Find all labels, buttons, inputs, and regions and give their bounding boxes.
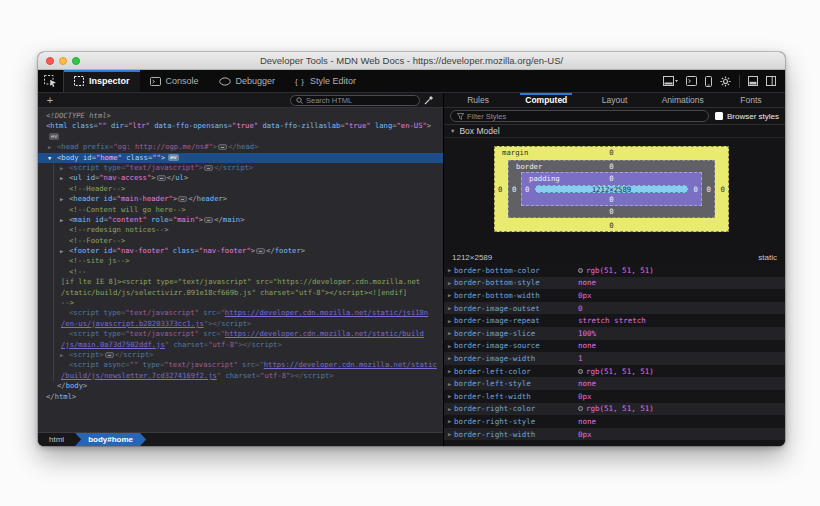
collapsed-content-marker[interactable] xyxy=(256,248,265,254)
markup-line[interactable]: </html> xyxy=(38,392,443,402)
markup-line[interactable]: /en-us/javascript.b28203373cc1.js"></scr… xyxy=(38,319,443,329)
computed-property-row[interactable]: ▶border-image-slice100% xyxy=(444,327,785,340)
markup-line[interactable]: <!--redesign notices--> xyxy=(38,225,443,235)
markup-line[interactable]: <script type="text/javascript" src="http… xyxy=(38,308,443,318)
dock-panel-icon[interactable] xyxy=(663,76,678,86)
browser-styles-toggle[interactable]: Browser styles xyxy=(715,112,779,121)
close-button[interactable] xyxy=(46,57,54,65)
markup-line[interactable]: --> xyxy=(38,298,443,308)
markup-line[interactable]: /static/build/js/selectivizr.091e18cf669… xyxy=(38,288,443,298)
zoom-button[interactable] xyxy=(72,57,80,65)
markup-line[interactable]: <!--site js--> xyxy=(38,256,443,266)
expand-arrow-icon[interactable]: ▶ xyxy=(444,431,454,437)
resource-link[interactable]: https://developer.cdn.mozilla.net/static… xyxy=(225,308,428,317)
sidebar-tab-animations[interactable]: Animations xyxy=(649,93,717,107)
event-badge[interactable]: ev xyxy=(168,154,178,161)
expand-arrow-icon[interactable]: ▶ xyxy=(444,318,454,324)
markup-line[interactable]: /js/main.0a73d7502ddf.js" charset="utf-8… xyxy=(38,340,443,350)
computed-property-row[interactable]: ▶border-left-width0px xyxy=(444,390,785,403)
expand-arrow-icon[interactable]: ▶ xyxy=(60,194,63,204)
computed-property-row[interactable]: ▶border-bottom-width0px xyxy=(444,289,785,302)
resource-link[interactable]: /en-us/javascript.b28203373cc1.js xyxy=(61,319,204,328)
sidebar-tab-fonts[interactable]: Fonts xyxy=(717,93,785,107)
markup-line[interactable]: ▶<script type="text/javascript"></script… xyxy=(38,163,443,173)
markup-line[interactable]: <script type="text/javascript" src="http… xyxy=(38,329,443,339)
collapsed-content-marker[interactable] xyxy=(178,196,187,202)
markup-line[interactable]: <html class="" dir="ltr" data-ffo-opensa… xyxy=(38,121,443,131)
minimize-button[interactable] xyxy=(59,57,67,65)
markup-line[interactable]: ▶<ul id="nav-access"></ul> xyxy=(38,173,443,183)
expand-arrow-icon[interactable]: ▶ xyxy=(444,381,454,387)
computed-property-row[interactable]: ▶border-bottom-colorrgb(51, 51, 51) xyxy=(444,264,785,277)
expand-arrow-icon[interactable]: ▶ xyxy=(444,330,454,336)
markup-line[interactable]: <!--Header--> xyxy=(38,184,443,194)
markup-line[interactable]: <!-- xyxy=(38,267,443,277)
sidebar-tab-layout[interactable]: Layout xyxy=(580,93,648,107)
resource-link[interactable]: /build/js/newsletter.7cd3274169f2.js xyxy=(61,371,217,380)
expand-arrow-icon[interactable]: ▶ xyxy=(60,215,63,225)
box-model-margin[interactable]: margin 0 0 0 0 border 0 0 0 0 padding xyxy=(494,146,729,232)
sidebar-tab-computed[interactable]: Computed xyxy=(512,93,580,107)
box-model-header[interactable]: ▼ Box Model xyxy=(444,125,785,138)
expand-arrow-icon[interactable]: ▶ xyxy=(60,173,63,183)
computed-property-row[interactable]: ▶border-image-repeatstretch stretch xyxy=(444,314,785,327)
computed-property-row[interactable]: ▶border-right-width0px xyxy=(444,428,785,441)
settings-gear-icon[interactable] xyxy=(720,76,731,87)
collapsed-content-marker[interactable] xyxy=(105,352,114,358)
expand-arrow-icon[interactable]: ▶ xyxy=(48,142,51,152)
markup-line[interactable]: /build/js/newsletter.7cd3274169f2.js" ch… xyxy=(38,371,443,381)
computed-property-row[interactable]: ▶border-image-outset0 xyxy=(444,302,785,315)
breadcrumb-item-html[interactable]: html xyxy=(38,433,75,446)
markup-line[interactable]: ▶<footer id="nav-footer" class="nav-foot… xyxy=(38,246,443,256)
markup-line[interactable]: ▶<main id="content" role="main"></main> xyxy=(38,215,443,225)
markup-line[interactable]: </body> xyxy=(38,381,443,391)
collapsed-content-marker[interactable] xyxy=(218,144,227,150)
event-badge[interactable]: ev xyxy=(49,133,59,140)
box-model-content[interactable]: 1212×2589 xyxy=(535,185,688,193)
expand-arrow-icon[interactable]: ▶ xyxy=(60,246,63,256)
filter-styles-input[interactable]: Filter Styles xyxy=(450,110,709,122)
resource-link[interactable]: https://developer.cdn.mozilla.net/static… xyxy=(225,329,424,338)
markup-line[interactable]: ▶<header id="main-header"></header> xyxy=(38,194,443,204)
computed-property-row[interactable]: ▶border-image-width1 xyxy=(444,352,785,365)
tab-console[interactable]: Console xyxy=(140,70,209,92)
expand-arrow-icon[interactable]: ▶ xyxy=(444,343,454,349)
resource-link[interactable]: https://developer.cdn.mozilla.net/static xyxy=(264,360,437,369)
expand-arrow-icon[interactable]: ▶ xyxy=(444,418,454,424)
collapsed-content-marker[interactable] xyxy=(157,175,166,181)
markup-line[interactable]: [if lte IE 8]><script type="text/javascr… xyxy=(38,277,443,287)
expand-arrow-icon[interactable]: ▶ xyxy=(60,350,63,360)
expand-arrow-icon[interactable]: ▶ xyxy=(444,280,454,286)
tab-style-editor[interactable]: { } Style Editor xyxy=(285,70,366,92)
computed-property-row[interactable]: ▶border-right-colorrgb(51, 51, 51) xyxy=(444,403,785,416)
markup-line[interactable]: <!--Footer--> xyxy=(38,236,443,246)
box-model-padding[interactable]: padding 0 0 0 0 1212×2589 xyxy=(521,172,702,206)
browser-console-icon[interactable] xyxy=(686,76,697,86)
tab-debugger[interactable]: Debugger xyxy=(209,70,286,92)
markup-line[interactable]: <!--Content will go here--> xyxy=(38,205,443,215)
collapsed-content-marker[interactable] xyxy=(204,217,213,223)
markup-line[interactable]: ▶<head prefix="og: http://ogp.me/ns#"></… xyxy=(38,142,443,152)
breadcrumb-item-body-home[interactable]: body#home xyxy=(75,433,146,446)
resource-link[interactable]: /js/main.0a73d7502ddf.js xyxy=(61,340,165,349)
computed-property-row[interactable]: ▶border-left-stylenone xyxy=(444,377,785,390)
collapsed-content-marker[interactable] xyxy=(204,165,213,171)
markup-line[interactable]: ev xyxy=(38,132,443,142)
sidebar-tab-rules[interactable]: Rules xyxy=(444,93,512,107)
markup-line[interactable]: <!DOCTYPE html> xyxy=(38,111,443,121)
markup-line[interactable]: ▶<script></script> xyxy=(38,350,443,360)
dock-side-icon[interactable] xyxy=(766,76,776,86)
markup-view[interactable]: <!DOCTYPE html><html class="" dir="ltr" … xyxy=(38,108,443,432)
box-model-border[interactable]: border 0 0 0 0 padding 0 0 0 0 xyxy=(508,160,715,218)
expand-arrow-icon[interactable]: ▶ xyxy=(444,305,454,311)
expand-arrow-icon[interactable]: ▶ xyxy=(444,368,454,374)
add-node-button[interactable]: + xyxy=(43,94,57,106)
markup-line[interactable]: <script async="" type="text/javascript" … xyxy=(38,360,443,370)
dock-bottom-icon[interactable] xyxy=(748,76,758,86)
expand-arrow-icon[interactable]: ▶ xyxy=(444,292,454,298)
collapse-arrow-icon[interactable]: ▼ xyxy=(48,153,51,163)
search-input[interactable]: Search HTML xyxy=(290,95,420,106)
tab-inspector[interactable]: Inspector xyxy=(64,70,140,92)
computed-property-row[interactable]: ▶border-left-colorrgb(51, 51, 51) xyxy=(444,365,785,378)
eyedropper-button[interactable] xyxy=(420,95,438,105)
